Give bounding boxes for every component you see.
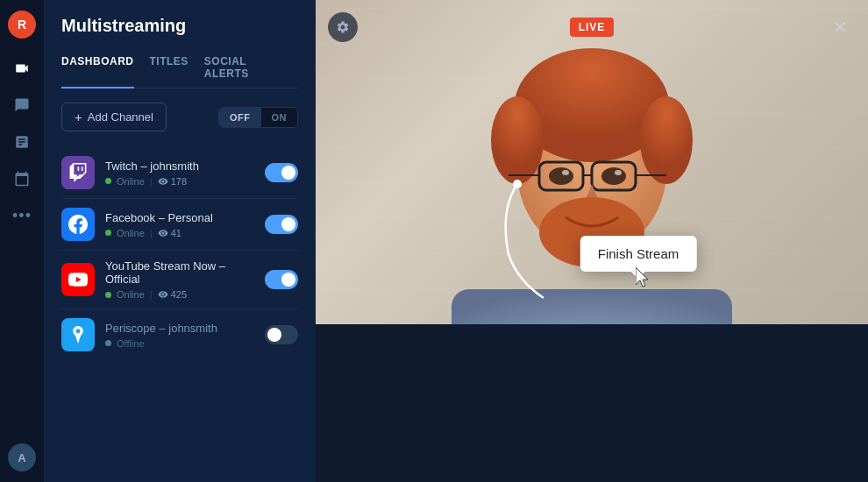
nav-icon-calendar[interactable] [6, 163, 38, 195]
periscope-status-dot [105, 340, 111, 346]
toggle-on-btn[interactable]: ON [261, 108, 298, 127]
video-container: LIVE ✕ Finish Stream [316, 0, 868, 324]
twitch-toggle-knob [281, 166, 295, 180]
facebook-channel-name: Facebook – Personal [105, 211, 254, 224]
nav-icon-more[interactable]: ••• [6, 200, 38, 231]
periscope-toggle-knob [267, 328, 281, 342]
twitch-status-label: Online [117, 176, 145, 187]
main-panel: Multistreaming DASHBOARD TITLES SOCIAL A… [44, 0, 316, 482]
youtube-channel-name: YouTube Stream Now – Official [105, 259, 254, 286]
twitch-channel-name: Twitch – johnsmith [105, 159, 254, 173]
bottom-area [316, 324, 868, 482]
toggle-off-btn[interactable]: OFF [219, 108, 261, 127]
svg-point-5 [491, 96, 544, 184]
twitch-channel-info: Twitch – johnsmith Online | 178 [105, 159, 254, 187]
panel-content: + Add Channel OFF ON Twitch – johnsmith … [44, 89, 316, 482]
youtube-status-label: Online [117, 289, 145, 300]
video-person [316, 0, 868, 324]
facebook-toggle[interactable] [265, 215, 298, 234]
twitch-channel-status: Online | 178 [105, 176, 254, 187]
twitch-viewers: 178 [158, 176, 187, 187]
channel-item-facebook: Facebook – Personal Online | 41 [61, 199, 298, 251]
finish-stream-tooltip[interactable]: Finish Stream [580, 236, 697, 272]
twitch-toggle[interactable] [265, 163, 298, 182]
youtube-logo [61, 263, 95, 296]
facebook-status-label: Online [117, 228, 145, 238]
facebook-separator: | [150, 228, 153, 238]
add-channel-label: Add Channel [88, 110, 153, 124]
twitch-logo [61, 156, 95, 189]
video-header: LIVE ✕ [328, 12, 856, 42]
facebook-channel-status: Online | 41 [105, 228, 254, 238]
svg-point-6 [640, 96, 693, 184]
channel-item-youtube: YouTube Stream Now – Official Online | 4… [61, 251, 298, 309]
periscope-channel-info: Periscope – johnsmith Offline [105, 322, 254, 349]
nav-icon-analytics[interactable] [6, 126, 38, 158]
youtube-channel-info: YouTube Stream Now – Official Online | 4… [105, 259, 254, 300]
svg-point-13 [601, 167, 626, 185]
close-button[interactable]: ✕ [826, 12, 856, 42]
svg-point-14 [562, 170, 569, 175]
youtube-toggle-knob [281, 273, 295, 287]
periscope-status-label: Offline [117, 338, 145, 349]
facebook-channel-info: Facebook – Personal Online | 41 [105, 211, 254, 238]
twitch-separator: | [150, 176, 153, 187]
add-channel-row: + Add Channel OFF ON [61, 103, 298, 131]
facebook-status-dot [105, 230, 111, 236]
tab-social-alerts[interactable]: SOCIAL ALERTS [204, 48, 282, 89]
panel-header: Multistreaming DASHBOARD TITLES SOCIAL A… [44, 0, 316, 89]
content-area: LIVE ✕ Finish Stream [316, 0, 868, 482]
facebook-viewers: 41 [158, 228, 181, 238]
panel-title: Multistreaming [61, 16, 298, 36]
svg-point-15 [615, 170, 622, 175]
settings-button[interactable] [328, 12, 358, 42]
periscope-logo [61, 318, 95, 351]
youtube-toggle[interactable] [265, 270, 298, 289]
facebook-toggle-knob [281, 217, 295, 231]
sidebar-nav: R ••• A [0, 0, 44, 482]
twitch-status-dot [105, 178, 111, 184]
channel-item-twitch: Twitch – johnsmith Online | 178 [61, 147, 298, 199]
nav-icon-video[interactable] [6, 53, 38, 84]
user-avatar[interactable]: A [8, 443, 36, 471]
nav-icon-chat[interactable] [6, 89, 38, 121]
svg-point-12 [549, 167, 573, 185]
periscope-toggle[interactable] [265, 325, 298, 344]
live-badge: LIVE [570, 18, 615, 37]
tabs: DASHBOARD TITLES SOCIAL ALERTS [61, 48, 298, 89]
periscope-channel-status: Offline [105, 338, 254, 349]
add-channel-button[interactable]: + Add Channel [61, 103, 167, 131]
app-logo[interactable]: R [8, 11, 36, 39]
youtube-status-dot [105, 292, 111, 298]
plus-icon: + [75, 110, 82, 124]
svg-point-17 [513, 180, 522, 188]
facebook-logo [61, 208, 95, 241]
tab-titles[interactable]: TITLES [150, 48, 189, 89]
channel-item-periscope: Periscope – johnsmith Offline [61, 309, 298, 360]
svg-rect-1 [452, 289, 732, 324]
youtube-viewers: 425 [158, 289, 187, 300]
tab-dashboard[interactable]: DASHBOARD [61, 48, 134, 89]
youtube-separator: | [150, 289, 153, 300]
periscope-channel-name: Periscope – johnsmith [105, 322, 254, 335]
all-channels-toggle[interactable]: OFF ON [218, 107, 298, 128]
youtube-channel-status: Online | 425 [105, 289, 254, 300]
